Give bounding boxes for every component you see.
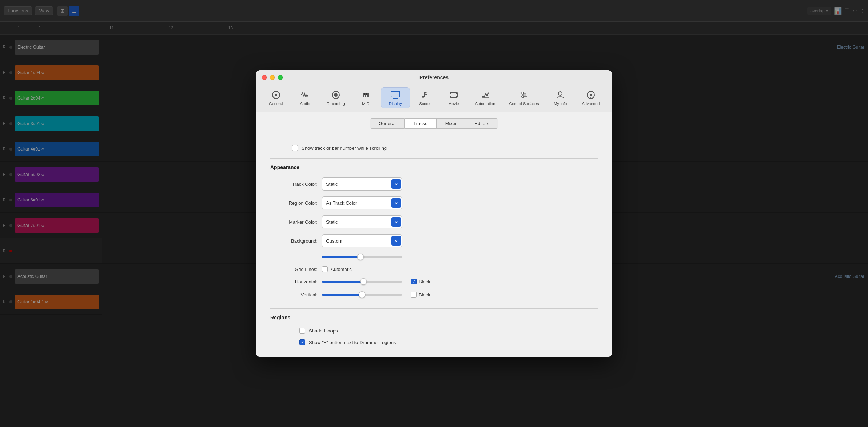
show-plus-button-row: ✓ Show "+" button next to Drummer region… [299,336,598,348]
audio-label: Audio [300,101,310,106]
recording-label: Recording [327,101,345,106]
region-color-row: Region Color: As Track Color [270,193,598,212]
general-label: General [269,101,283,106]
svg-rect-10 [367,93,369,97]
close-button[interactable] [262,75,267,80]
tab-midi[interactable]: MIDI [352,87,381,108]
maximize-button[interactable] [278,75,283,80]
movie-label: Movie [448,101,459,106]
automation-label: Automation [475,101,495,106]
svg-point-35 [558,92,562,95]
preferences-titlebar: Preferences [256,70,612,84]
vertical-black-label: Black [419,292,430,298]
svg-rect-25 [456,96,457,97]
shaded-loops-checkbox[interactable] [299,328,305,334]
background-slider[interactable] [322,253,402,260]
score-label: Score [419,101,430,106]
marker-color-value: Static [326,219,391,225]
svg-point-27 [483,96,485,98]
preferences-window: Preferences General [256,70,612,357]
minimize-button[interactable] [270,75,275,80]
tab-recording[interactable]: Recording [320,87,352,108]
subtab-mixer[interactable]: Mixer [437,118,466,129]
region-color-value: As Track Color [326,200,391,206]
show-track-bar-number-row: Show track or bar number while scrolling [292,142,598,154]
background-slider-thumb[interactable] [357,254,364,260]
tab-display[interactable]: Display [381,87,410,108]
background-label: Background: [270,238,318,244]
background-value: Custom [326,238,391,244]
vertical-slider-thumb[interactable] [359,291,365,298]
grid-lines-automatic-checkbox[interactable] [322,266,328,272]
horizontal-black-checkbox[interactable]: ✓ [411,279,417,284]
tab-automation[interactable]: Automation [468,87,502,108]
subtabs-bar: General Tracks Mixer Editors [256,112,612,133]
tab-audio[interactable]: Audio [291,87,320,108]
svg-point-32 [522,92,524,94]
region-color-arrow[interactable] [391,198,401,208]
subtab-general[interactable]: General [370,118,405,129]
advanced-label: Advanced [582,101,600,106]
region-color-dropdown[interactable]: As Track Color [322,196,402,209]
tab-my-info[interactable]: My Info [546,87,575,108]
svg-point-28 [486,95,488,96]
audio-icon [300,90,310,100]
marker-color-arrow[interactable] [391,217,401,227]
control-surfaces-label: Control Surfaces [509,101,539,106]
display-label: Display [389,101,402,106]
window-controls [262,75,283,80]
display-icon [390,90,401,100]
track-color-value: Static [326,181,391,187]
show-plus-button-checkbox[interactable]: ✓ [299,339,305,345]
svg-point-37 [590,94,592,96]
grid-lines-automatic: Automatic [322,266,352,272]
svg-rect-13 [391,91,400,97]
svg-point-33 [524,94,526,96]
marker-color-row: Marker Color: Static [270,212,598,231]
grid-lines-automatic-label: Automatic [331,267,352,272]
vertical-black: Black [411,292,430,298]
background-arrow[interactable] [391,236,401,246]
svg-point-1 [275,94,277,96]
preferences-title: Preferences [419,75,449,80]
vertical-row: Vertical: Black [270,288,598,301]
grid-lines-label: Grid Lines: [270,267,318,272]
regions-title: Regions [270,315,598,320]
shaded-loops-label: Shaded loops [309,328,338,334]
background-dropdown[interactable]: Custom [322,234,402,247]
tab-advanced[interactable]: Advanced [575,87,606,108]
show-plus-button-label: Show "+" button next to Drummer regions [309,340,396,345]
midi-icon [361,90,371,100]
track-color-arrow[interactable] [391,179,401,189]
recording-icon [331,90,341,100]
tab-control-surfaces[interactable]: Control Surfaces [502,87,546,108]
svg-point-34 [522,96,524,98]
tab-score[interactable]: Score [410,87,439,108]
horizontal-black: ✓ Black [411,279,430,284]
subtab-tracks[interactable]: Tracks [405,118,437,129]
appearance-title: Appearance [270,164,598,170]
automation-icon [480,90,490,100]
control-surfaces-icon [519,90,529,100]
track-color-dropdown[interactable]: Static [322,177,402,191]
marker-color-dropdown[interactable]: Static [322,215,402,228]
midi-label: MIDI [362,101,370,106]
tab-general[interactable]: General [262,87,291,108]
track-color-label: Track Color: [270,181,318,187]
horizontal-slider[interactable] [322,278,402,285]
preferences-toolbar: General Audio Recording [256,84,612,112]
subtab-editors[interactable]: Editors [466,118,498,129]
background-row: Background: Custom [270,231,598,250]
vertical-label: Vertical: [270,292,318,298]
settings-body: Show track or bar number while scrolling… [256,133,612,357]
tab-movie[interactable]: Movie [439,87,468,108]
region-color-label: Region Color: [270,200,318,206]
vertical-black-checkbox[interactable] [411,292,417,298]
vertical-slider[interactable] [322,291,402,298]
score-icon [419,90,430,100]
horizontal-black-label: Black [419,279,430,284]
horizontal-slider-thumb[interactable] [360,278,367,285]
background-slider-row [270,250,598,263]
horizontal-label: Horizontal: [270,279,318,284]
show-track-bar-number-checkbox[interactable] [292,145,298,151]
